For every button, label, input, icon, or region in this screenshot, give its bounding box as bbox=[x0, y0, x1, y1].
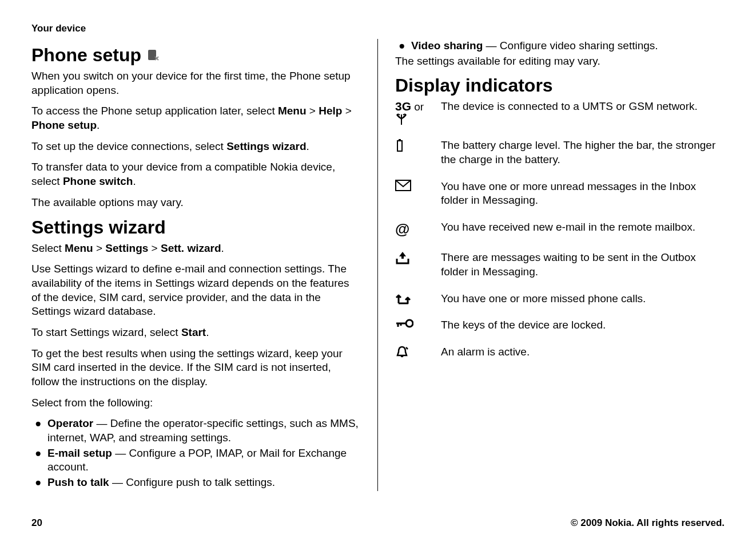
indicator-text: There are messages waiting to be sent in… bbox=[441, 251, 725, 279]
paragraph: When you switch on your device for the f… bbox=[31, 69, 360, 97]
indicator-text: The device is connected to a UMTS or GSM… bbox=[441, 100, 725, 114]
svg-rect-1 bbox=[397, 141, 402, 151]
heading-text: Phone setup bbox=[31, 45, 141, 66]
copyright: © 2009 Nokia. All rights reserved. bbox=[571, 517, 725, 529]
paragraph: To set up the device connections, select… bbox=[31, 140, 360, 154]
page-footer: 20 © 2009 Nokia. All rights reserved. bbox=[31, 517, 725, 529]
phone-setup-heading: Phone setup bbox=[31, 45, 360, 66]
paragraph: The settings available for editing may v… bbox=[395, 54, 725, 69]
phone-setup-icon bbox=[147, 45, 160, 66]
indicator-row: An alarm is active. bbox=[395, 345, 725, 359]
indicator-text: An alarm is active. bbox=[441, 345, 725, 359]
alarm-bell-icon bbox=[395, 345, 441, 359]
paragraph: Use Settings wizard to define e-mail and… bbox=[31, 262, 360, 319]
right-column: Video sharing — Configure video sharing … bbox=[378, 39, 725, 491]
at-sign-icon: @ bbox=[395, 220, 441, 238]
indicator-row: 3G or The device is connected to a UMTS … bbox=[395, 100, 725, 126]
list-item: Push to talk — Configure push to talk se… bbox=[31, 476, 360, 490]
svg-rect-0 bbox=[148, 50, 156, 60]
indicator-row: @ You have received new e-mail in the re… bbox=[395, 220, 725, 238]
page-number: 20 bbox=[31, 517, 42, 529]
paragraph: Select from the following: bbox=[31, 396, 360, 410]
missed-call-icon bbox=[395, 292, 441, 306]
indicator-text: You have received new e-mail in the remo… bbox=[441, 220, 725, 235]
option-list: Operator — Define the operator-specific … bbox=[31, 417, 360, 489]
paragraph: To start Settings wizard, select Start. bbox=[31, 326, 360, 340]
section-header: Your device bbox=[31, 23, 725, 34]
paragraph: Select Menu > Settings > Sett. wizard. bbox=[31, 242, 360, 256]
indicator-row: The keys of the device are locked. bbox=[395, 318, 725, 333]
indicator-text: The keys of the device are locked. bbox=[441, 318, 725, 333]
paragraph: To access the Phone setup application la… bbox=[31, 104, 360, 132]
display-indicators-heading: Display indicators bbox=[395, 75, 725, 96]
indicator-text: The battery charge level. The higher the… bbox=[441, 139, 725, 167]
left-column: Phone setup When you switch on your devi… bbox=[31, 39, 378, 491]
indicator-text: You have one or more missed phone calls. bbox=[441, 292, 725, 306]
outbox-icon bbox=[395, 251, 441, 264]
indicator-row: The battery charge level. The higher the… bbox=[395, 139, 725, 167]
option-list-continued: Video sharing — Configure video sharing … bbox=[395, 39, 725, 53]
list-item: E-mail setup — Configure a POP, IMAP, or… bbox=[31, 446, 360, 474]
content-columns: Phone setup When you switch on your devi… bbox=[31, 39, 725, 491]
antenna-icon bbox=[395, 113, 408, 126]
paragraph: The available options may vary. bbox=[31, 196, 360, 210]
svg-point-4 bbox=[406, 320, 413, 327]
indicator-row: You have one or more unread messages in … bbox=[395, 180, 725, 208]
indicator-row: There are messages waiting to be sent in… bbox=[395, 251, 725, 279]
list-item: Operator — Define the operator-specific … bbox=[31, 417, 360, 445]
battery-icon bbox=[395, 139, 441, 152]
settings-wizard-heading: Settings wizard bbox=[31, 217, 360, 238]
indicator-row: You have one or more missed phone calls. bbox=[395, 292, 725, 306]
network-3g-icon: 3G or bbox=[395, 100, 441, 126]
list-item: Video sharing — Configure video sharing … bbox=[395, 39, 725, 53]
key-lock-icon bbox=[395, 318, 441, 329]
indicator-text: You have one or more unread messages in … bbox=[441, 180, 725, 208]
paragraph: To transfer data to your device from a c… bbox=[31, 160, 360, 188]
envelope-icon bbox=[395, 180, 441, 191]
svg-rect-2 bbox=[399, 139, 401, 141]
paragraph: To get the best results when using the s… bbox=[31, 347, 360, 389]
